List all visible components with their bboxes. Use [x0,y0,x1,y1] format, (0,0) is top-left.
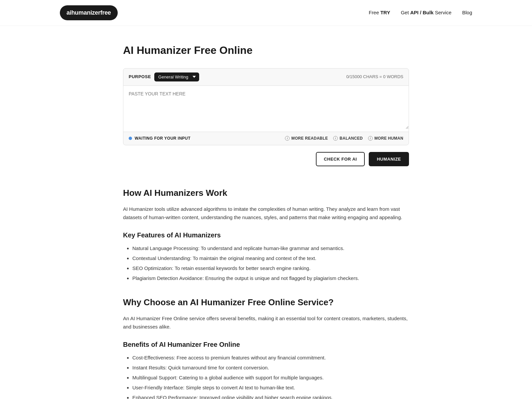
section-why-body: An AI Humanizer Free Online service offe… [123,315,409,331]
list-item: Multilingual Support: Catering to a glob… [132,374,409,382]
features-list: Natural Language Processing: To understa… [123,244,409,282]
list-item: Contextual Understanding: To maintain th… [132,254,409,262]
nav-free-label: Free [369,10,380,15]
text-area-wrapper [123,86,409,132]
check-for-ai-button[interactable]: CHECK FOR AI [316,152,365,166]
logo[interactable]: aihumanizerfree [60,5,118,20]
nav-api-label: API / Bulk [410,10,434,15]
mode-balanced[interactable]: i BALANCED [333,135,363,142]
char-count: 0/15000 CHARS = 0 WORDS [346,73,403,80]
status-indicator: WAITING FOR YOUR INPUT [129,135,191,142]
section-why-title: Why Choose an AI Humanizer Free Online S… [123,296,409,310]
list-item: Plagiarism Detection Avoidance: Ensuring… [132,274,409,282]
tool-box: PURPOSE General Writing Academic Marketi… [123,68,409,145]
info-icon-balanced: i [333,136,338,141]
list-item: Instant Results: Quick turnaround time f… [132,364,409,372]
nav-free-try[interactable]: Free TRY [369,9,390,17]
benefits-list: Cost-Effectiveness: Free access to premi… [123,354,409,399]
tool-header: PURPOSE General Writing Academic Marketi… [123,68,409,86]
nav-blog[interactable]: Blog [462,9,472,17]
list-item: Enhanced SEO Performance: Improved onlin… [132,394,409,399]
mode-more-human[interactable]: i MORE HUMAN [368,135,403,142]
nav-try-label: TRY [380,10,390,15]
section-how-body: AI Humanizer tools utilize advanced algo… [123,205,409,222]
nav-api-bulk[interactable]: Get API / Bulk Service [401,9,452,17]
nav-service-label: Service [434,10,452,15]
list-item: Cost-Effectiveness: Free access to premi… [132,354,409,362]
mode-readable-label: MORE READABLE [291,135,328,142]
page-title: AI Humanizer Free Online [123,42,409,59]
mode-human-label: MORE HUMAN [374,135,403,142]
purpose-section: PURPOSE General Writing Academic Marketi… [129,72,199,81]
list-item: User-Friendly Interface: Simple steps to… [132,384,409,392]
section-how-title: How AI Humanizers Work [123,186,409,200]
humanize-button[interactable]: HUMANIZE [369,152,409,166]
section-benefits-title: Benefits of AI Humanizer Free Online [123,339,409,350]
text-input[interactable] [123,86,409,129]
section-features-title: Key Features of AI Humanizers [123,230,409,240]
navbar: aihumanizerfree Free TRY Get API / Bulk … [0,0,532,26]
purpose-label: PURPOSE [129,73,151,80]
purpose-select[interactable]: General Writing Academic Marketing SEO C… [154,72,199,81]
nav-blog-label: Blog [462,10,472,15]
nav-get-label: Get [401,10,410,15]
status-text: WAITING FOR YOUR INPUT [135,135,191,142]
logo-text: aihumanizerfree [66,9,111,16]
list-item: Natural Language Processing: To understa… [132,244,409,252]
info-icon-readable: i [285,136,290,141]
mode-more-readable[interactable]: i MORE READABLE [285,135,328,142]
mode-options: i MORE READABLE i BALANCED i MORE HUMAN [285,135,403,142]
info-icon-human: i [368,136,373,141]
mode-balanced-label: BALANCED [339,135,363,142]
status-dot-icon [129,137,132,140]
list-item: SEO Optimization: To retain essential ke… [132,264,409,272]
main-content: AI Humanizer Free Online PURPOSE General… [116,26,416,399]
tool-footer: WAITING FOR YOUR INPUT i MORE READABLE i… [123,132,409,145]
section-how-it-works: How AI Humanizers Work AI Humanizer tool… [123,186,409,282]
action-buttons: CHECK FOR AI HUMANIZE [123,152,409,166]
section-why-choose: Why Choose an AI Humanizer Free Online S… [123,296,409,399]
nav-links: Free TRY Get API / Bulk Service Blog [369,9,472,17]
